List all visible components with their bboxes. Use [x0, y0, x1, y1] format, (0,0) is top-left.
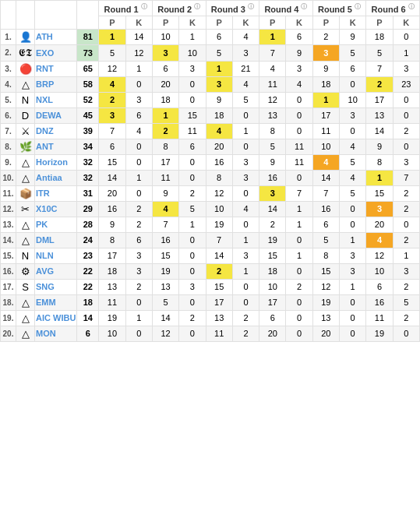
r1k-cell: 0 — [125, 326, 152, 341]
r1p-cell: 3 — [99, 107, 125, 123]
r6p-cell: 11 — [366, 310, 393, 326]
standings-table: Round 1 ⓘ Round 2 ⓘ Round 3 ⓘ Round 4 ⓘ … — [0, 0, 420, 342]
r6p-cell: 5 — [366, 44, 393, 61]
r4k-cell: 9 — [286, 44, 312, 61]
r2k-cell: 0 — [179, 92, 206, 107]
r5p-cell: 9 — [312, 61, 339, 76]
r6p-cell: 6 — [366, 279, 393, 294]
r5p-cell: 5 — [312, 232, 339, 248]
r5p-cell: 15 — [312, 263, 339, 279]
r2k-cell: 11 — [179, 123, 206, 139]
table-row: 10. △ Antiaa 32 1411108316014417 — [1, 170, 420, 185]
r6k-cell: 0 — [393, 139, 419, 154]
total-cell: 22 — [77, 263, 99, 279]
r6k-cell: 2 — [393, 279, 419, 294]
total-header — [77, 1, 99, 30]
r1p-cell: 16 — [99, 201, 125, 217]
r2p-cell: 3 — [152, 44, 178, 61]
r1k-cell: 0 — [125, 185, 152, 201]
r4k-cell: 0 — [286, 326, 312, 341]
r3k-cell: 1 — [232, 123, 259, 139]
r2k-cell: 0 — [179, 326, 206, 341]
r3p-cell: 12 — [206, 185, 232, 201]
team-name-cell: PK — [35, 217, 77, 232]
team-name-cell: RNT — [35, 61, 77, 76]
team-name-cell: NXL — [35, 92, 77, 107]
r5k-cell: 0 — [340, 76, 366, 92]
r5k-cell: 0 — [340, 217, 366, 232]
rank-cell: 6. — [1, 107, 16, 123]
r1k-cell: 12 — [125, 44, 152, 61]
r6k-cell: 2 — [393, 310, 419, 326]
round2-header: Round 2 ⓘ — [152, 1, 206, 16]
r5k-cell: 4 — [340, 139, 366, 154]
r5k-cell: 5 — [340, 185, 366, 201]
r6k-cell: 23 — [393, 76, 419, 92]
r2k-cell: 0 — [179, 154, 206, 170]
r3k-cell: 4 — [232, 76, 259, 92]
r3k-cell: 0 — [232, 294, 259, 310]
team-name-cell: ITR — [35, 185, 77, 201]
team-name-cell: Horizon — [35, 154, 77, 170]
r2p-cell: 16 — [152, 232, 178, 248]
r1k-cell: 1 — [125, 310, 152, 326]
table-row: 15. N NLN 23 17315014315183121 — [1, 248, 420, 263]
r1k-cell: 14 — [125, 29, 152, 44]
team-name-cell: SNG — [35, 279, 77, 294]
r1p-cell: 14 — [99, 170, 125, 185]
r1p-cell: 8 — [99, 232, 125, 248]
r4k-cell: 11 — [286, 139, 312, 154]
r6p-cell: 8 — [366, 154, 393, 170]
rank-cell: 15. — [1, 248, 16, 263]
r3k-cell: 3 — [232, 170, 259, 185]
r1p-cell: 12 — [99, 61, 125, 76]
r2k-cell: 6 — [179, 139, 206, 154]
r5k-cell: 0 — [340, 294, 366, 310]
total-cell: 73 — [77, 44, 99, 61]
r2p-cell: 11 — [152, 170, 178, 185]
r1k-cell: 1 — [125, 170, 152, 185]
r4k-cell: 1 — [286, 248, 312, 263]
r4k-cell: 6 — [286, 29, 312, 44]
r6p-cell: 17 — [366, 92, 393, 107]
header-row-1: Round 1 ⓘ Round 2 ⓘ Round 3 ⓘ Round 4 ⓘ … — [1, 1, 420, 16]
r5p-cell: 10 — [312, 139, 339, 154]
r6k-cell: 1 — [393, 44, 419, 61]
team-name-cell: ATH — [35, 29, 77, 44]
r2p-cell: 14 — [152, 310, 178, 326]
table-row: 11. 📦 ITR 31 200921203775152 — [1, 185, 420, 201]
rank-cell: 17. — [1, 279, 16, 294]
r2k-cell: 1 — [179, 217, 206, 232]
rank-cell: 19. — [1, 310, 16, 326]
r4k-cell: 0 — [286, 310, 312, 326]
team-name-cell: DNZ — [35, 123, 77, 139]
r4p-cell: 3 — [259, 185, 286, 201]
r3k-cell: 4 — [232, 29, 259, 44]
r4k-cell: 0 — [286, 170, 312, 185]
r3k-cell: 4 — [232, 201, 259, 217]
r2k-cell: 0 — [179, 294, 206, 310]
r6p-cell: 1 — [366, 170, 393, 185]
r4p-cell: 4 — [259, 61, 286, 76]
r4p-cell: 11 — [259, 76, 286, 92]
r4p-cell: 1 — [259, 29, 286, 44]
r3p-cell: 20 — [206, 139, 232, 154]
r6p-cell: 13 — [366, 107, 393, 123]
logo-cell: ✂ — [16, 201, 35, 217]
total-cell: 81 — [77, 29, 99, 44]
r3p-cell: 11 — [206, 326, 232, 341]
total-cell: 45 — [77, 107, 99, 123]
r6p-cell: 19 — [366, 326, 393, 341]
r5p-cell: 19 — [312, 294, 339, 310]
r3k-header: K — [232, 16, 259, 29]
team-name-cell: DEWA — [35, 107, 77, 123]
r3k-cell: 3 — [232, 44, 259, 61]
r3k-cell: 3 — [232, 248, 259, 263]
rank-cell: 8. — [1, 139, 16, 154]
total-cell: 58 — [77, 76, 99, 92]
r5p-cell: 20 — [312, 326, 339, 341]
r5k-cell: 10 — [340, 92, 366, 107]
table-row: 5. N NXL 52 2318095120110170 — [1, 92, 420, 107]
r1k-cell: 0 — [125, 139, 152, 154]
r4k-header: K — [286, 16, 312, 29]
